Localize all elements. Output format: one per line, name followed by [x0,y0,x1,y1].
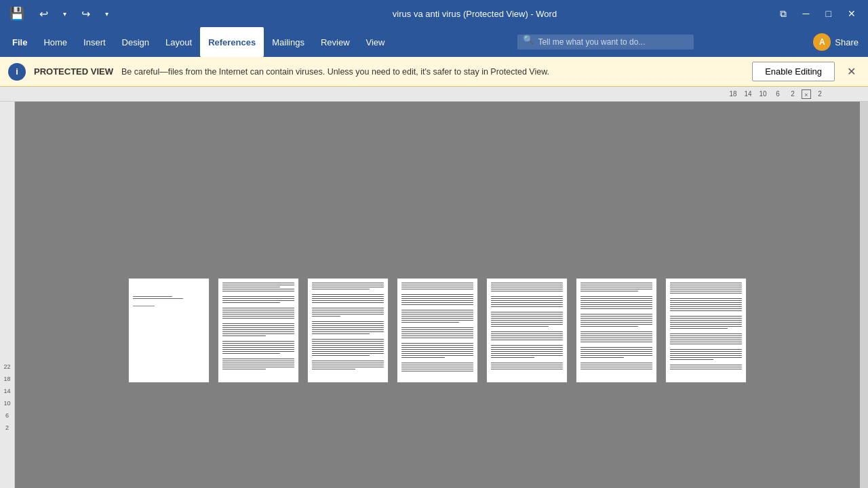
search-icon: 🔍 [523,35,534,49]
save-icon: 💾 [9,6,24,21]
ruler-num-2: 2 [785,90,800,98]
horizontal-ruler: 18 14 10 6 2 × 2 [0,87,868,102]
vruler-6: 6 [5,409,9,422]
vruler-14: 14 [3,385,10,397]
ruler-numbers: 18 14 10 6 2 × 2 [726,89,827,99]
share-area[interactable]: A Share [808,30,864,54]
vertical-ruler: 22 18 14 10 6 2 [0,102,15,488]
vertical-ruler-numbers: 22 18 14 10 6 2 [3,361,10,434]
minimize-button[interactable]: ─ [796,5,816,22]
avatar: A [813,33,831,51]
search-input[interactable] [517,35,694,49]
vruler-18: 18 [3,373,10,385]
page-thumbnail-4 [397,278,478,383]
close-protected-bar-button[interactable]: ✕ [843,64,860,79]
tab-insert[interactable]: Insert [75,27,114,57]
ribbon: File Home Insert Design Layout Reference… [0,27,868,57]
page-thumbnail-6 [576,278,657,383]
close-button[interactable]: ✕ [841,5,863,22]
tab-design[interactable]: Design [114,27,157,57]
main-content: 22 18 14 10 6 2 [0,102,868,488]
vruler-22: 22 [3,361,10,373]
share-label: Share [835,37,859,47]
protected-view-message: Be careful—files from the Internet can c… [121,67,744,77]
ruler-num-14: 14 [741,90,755,98]
restore-window-button[interactable]: ⧉ [773,5,793,22]
maximize-button[interactable]: □ [819,5,838,22]
window-controls: ⧉ ─ □ ✕ [768,5,863,22]
ruler-num-6: 6 [770,90,785,98]
document-area[interactable] [15,102,860,488]
page-thumbnail-3 [307,278,389,383]
undo-dropdown[interactable]: ▾ [56,7,73,20]
page-thumbnail-5 [486,278,568,383]
quick-access-dropdown[interactable]: ▾ [98,7,115,20]
undo-button[interactable]: ↩ [33,5,55,23]
ruler-num-10: 10 [755,90,770,98]
ruler-num-2r: 2 [812,90,827,98]
page-thumbnail-1 [128,278,210,383]
tab-mailings[interactable]: Mailings [264,27,313,57]
tab-layout[interactable]: Layout [157,27,200,57]
vruler-10: 10 [3,397,10,409]
redo-button[interactable]: ↪ [75,5,97,23]
vruler-2: 2 [5,422,9,434]
page-thumbnail-2 [218,278,299,383]
title-bar: 💾 ↩ ▾ ↪ ▾ virus va anti virus (Protected… [0,0,868,27]
vertical-scrollbar[interactable] [860,102,868,488]
ruler-marker: × [802,89,811,99]
undo-redo-area: ↩ ▾ ↪ ▾ [33,5,115,23]
pages-container [128,278,747,383]
tab-file[interactable]: File [4,27,35,57]
ribbon-search-area: 🔍 [393,35,808,49]
ruler-num-18: 18 [726,90,741,98]
protected-view-label: PROTECTED VIEW [34,66,113,77]
tab-references[interactable]: References [200,27,264,57]
page-thumbnail-7 [665,278,747,383]
tab-review[interactable]: Review [313,27,358,57]
save-button[interactable]: 💾 [5,5,28,22]
protected-icon: i [8,63,26,81]
document-title: virus va anti virus (Protected View) - W… [182,9,768,19]
title-bar-left: 💾 ↩ ▾ ↪ ▾ [5,5,182,23]
tab-home[interactable]: Home [35,27,75,57]
protected-view-bar: i PROTECTED VIEW Be careful—files from t… [0,57,868,87]
tab-view[interactable]: View [358,27,393,57]
enable-editing-button[interactable]: Enable Editing [752,62,835,81]
